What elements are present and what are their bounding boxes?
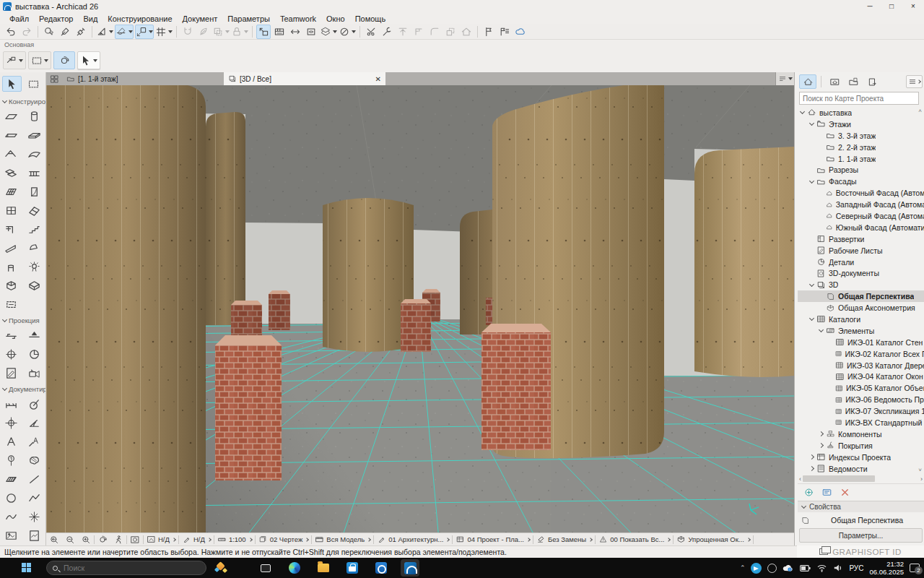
toolbox-section-header[interactable]: Проекция bbox=[0, 314, 45, 326]
detail-tool-button[interactable] bbox=[24, 345, 44, 363]
fill-tool-button[interactable] bbox=[1, 470, 22, 488]
syringe-button[interactable] bbox=[74, 25, 88, 39]
fit-in-window-button[interactable] bbox=[127, 533, 143, 545]
spline-tool-button[interactable] bbox=[1, 507, 22, 526]
expander-closed-icon[interactable] bbox=[809, 454, 814, 460]
tree-item[interactable]: Западный Фасад (Автоматически bbox=[798, 199, 924, 210]
auto-dimension-button[interactable] bbox=[272, 25, 287, 39]
stretch-button[interactable] bbox=[288, 25, 302, 39]
magnet-button[interactable] bbox=[180, 25, 195, 39]
walk-button[interactable] bbox=[110, 533, 126, 545]
expander-open-icon[interactable] bbox=[809, 178, 814, 184]
view-tab-1[interactable]: [1. 1-й этаж] bbox=[62, 72, 224, 85]
arrow-tool-button[interactable] bbox=[77, 51, 100, 69]
scroll-up-icon[interactable]: ˄ bbox=[916, 107, 924, 115]
dropdown-arrow-icon[interactable] bbox=[225, 30, 230, 33]
layout-book-button[interactable] bbox=[845, 74, 862, 89]
pen-dropdown[interactable]: 01 Архитектурн... bbox=[374, 533, 452, 545]
worksheet-tool-button[interactable] bbox=[1, 363, 22, 382]
taskbar-search[interactable] bbox=[46, 561, 206, 575]
marquee-tool-button[interactable] bbox=[28, 51, 51, 69]
figure-tool-button[interactable] bbox=[1, 526, 22, 545]
expander-open-icon[interactable] bbox=[809, 121, 814, 126]
tree-item[interactable]: ИКЭ-05 Каталог Объектов bbox=[798, 382, 924, 394]
corner-window-tool-button[interactable] bbox=[1, 220, 22, 238]
timber-column-center[interactable] bbox=[323, 198, 414, 352]
vertical-scrollbar[interactable]: ˄˅ bbox=[916, 107, 924, 474]
expander-open-icon[interactable] bbox=[809, 282, 814, 287]
menu-item-8[interactable]: Окно bbox=[321, 14, 350, 23]
tree-item[interactable]: Элементы bbox=[798, 325, 924, 337]
feather-button[interactable] bbox=[196, 25, 211, 39]
redo-button[interactable] bbox=[19, 25, 34, 39]
tree-item[interactable]: Каталоги bbox=[798, 314, 924, 325]
brick-pillar-center-front[interactable] bbox=[401, 299, 431, 352]
door-tool-button[interactable] bbox=[24, 182, 44, 201]
tree-item[interactable]: выставка bbox=[798, 107, 924, 118]
expander-open-icon[interactable] bbox=[809, 316, 814, 321]
tab-overview-button[interactable] bbox=[46, 72, 62, 85]
scroll-left-icon[interactable]: ‹ bbox=[799, 475, 801, 483]
expander-open-icon[interactable] bbox=[819, 327, 824, 332]
tree-item[interactable]: ИКЭ-07 Экспликация 1-й этаж bbox=[798, 405, 924, 417]
telegram-icon[interactable] bbox=[751, 563, 762, 574]
copilot-sparkle-icon[interactable] bbox=[215, 562, 227, 574]
scrollbar-thumb[interactable] bbox=[803, 475, 875, 482]
pen-set-button[interactable] bbox=[339, 25, 356, 39]
dropdown-arrow-icon[interactable] bbox=[352, 30, 356, 33]
title-bar[interactable]: выставка - Archicad 26 ─ □ × bbox=[0, 0, 924, 13]
outlook-icon[interactable] bbox=[372, 559, 391, 577]
edge-icon[interactable] bbox=[285, 559, 304, 577]
search-select-button[interactable] bbox=[42, 25, 56, 39]
toolbox-section-header[interactable]: Конструирова bbox=[0, 95, 45, 107]
fill-map-tool-button[interactable] bbox=[24, 451, 44, 470]
camera-tool-button[interactable] bbox=[24, 363, 44, 382]
dropdown-arrow-icon[interactable] bbox=[168, 30, 173, 33]
minimize-button[interactable]: ─ bbox=[859, 0, 881, 13]
curtain-wall-tool-button[interactable] bbox=[1, 182, 22, 201]
angle-dimension-tool-button[interactable] bbox=[24, 413, 44, 432]
shell-tool-button[interactable] bbox=[24, 144, 44, 163]
brick-pillar-right-front[interactable] bbox=[481, 324, 551, 450]
add-button[interactable] bbox=[803, 487, 814, 498]
view-orientation-dropdown[interactable]: Н/Д bbox=[179, 533, 214, 545]
dropdown-arrow-icon[interactable] bbox=[19, 59, 23, 62]
element-info-button[interactable] bbox=[256, 25, 271, 39]
tree-item[interactable]: Индексы Проекта bbox=[798, 452, 924, 463]
expander-closed-icon[interactable] bbox=[819, 443, 824, 448]
settings-panel-button[interactable] bbox=[821, 487, 832, 498]
battery-icon[interactable] bbox=[800, 565, 811, 571]
tree-item[interactable]: ИКЭ-ВХ Стандартный Каталог bbox=[798, 417, 924, 428]
tree-item[interactable]: Рабочие Листы bbox=[798, 245, 924, 256]
lamp-tool-button[interactable] bbox=[24, 257, 44, 276]
model-view-options-dropdown[interactable]: Упрощенная Ок... bbox=[674, 533, 752, 545]
dropdown-arrow-icon[interactable] bbox=[149, 30, 153, 33]
delete-button[interactable] bbox=[840, 487, 850, 498]
roof-tool-button[interactable] bbox=[1, 144, 22, 163]
split-button[interactable] bbox=[364, 25, 378, 39]
tree-item[interactable]: 3D bbox=[798, 279, 924, 290]
hotspot-tool-button[interactable] bbox=[24, 507, 44, 526]
menu-item-4[interactable]: Конструирование bbox=[103, 14, 177, 23]
archicad-icon[interactable] bbox=[401, 559, 419, 577]
menu-item-3[interactable]: Вид bbox=[78, 14, 103, 23]
tree-item[interactable]: ИКЭ-01 Каталог Стен bbox=[798, 337, 924, 348]
view-settings-button[interactable]: Параметры... bbox=[799, 528, 923, 543]
fillet-button[interactable] bbox=[427, 25, 442, 39]
zoom-in-button[interactable] bbox=[78, 533, 94, 545]
expander-closed-icon[interactable] bbox=[819, 431, 824, 436]
brick-pillar-left-small[interactable] bbox=[269, 290, 290, 330]
taskbar-search-input[interactable] bbox=[62, 563, 163, 573]
window-tool-button[interactable] bbox=[1, 201, 22, 220]
dropdown-arrow-icon[interactable] bbox=[109, 30, 113, 33]
volume-icon[interactable] bbox=[833, 564, 843, 572]
menu-item-2[interactable]: Редактор bbox=[34, 14, 78, 23]
intersect-button[interactable] bbox=[411, 25, 426, 39]
radial-dimension-tool-button[interactable] bbox=[24, 394, 44, 413]
tree-item[interactable]: Детали bbox=[798, 256, 924, 268]
expander-closed-icon[interactable] bbox=[809, 466, 814, 471]
wifi-icon[interactable] bbox=[816, 564, 827, 572]
adjust-button[interactable] bbox=[380, 25, 394, 39]
tree-item[interactable]: ИКЭ-06 Ведомость Проемов bbox=[798, 394, 924, 405]
dimension-tool-button[interactable] bbox=[1, 394, 22, 413]
